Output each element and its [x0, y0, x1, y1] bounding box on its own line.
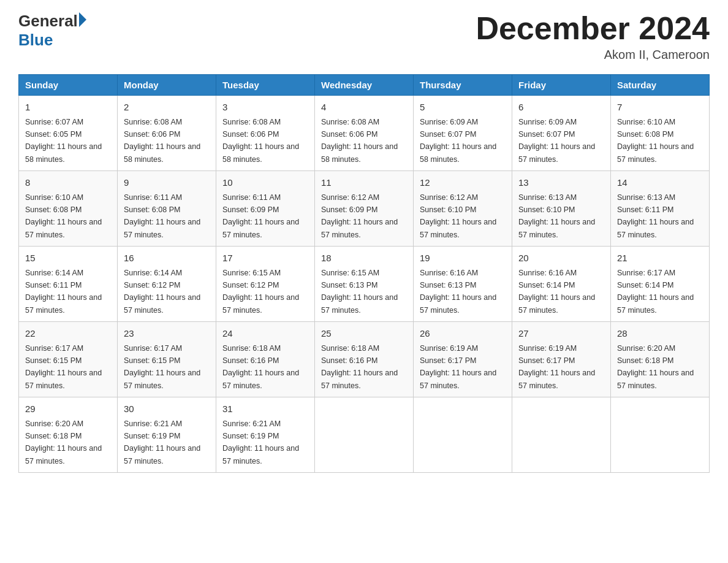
col-header-saturday: Saturday [611, 75, 710, 96]
calendar-cell: 23Sunrise: 6:17 AMSunset: 6:15 PMDayligh… [118, 322, 216, 397]
day-number: 3 [222, 101, 308, 115]
col-header-tuesday: Tuesday [216, 75, 315, 96]
page-header: General Blue December 2024 Akom II, Came… [18, 12, 710, 62]
calendar-cell: 9Sunrise: 6:11 AMSunset: 6:08 PMDaylight… [118, 171, 216, 247]
day-number: 25 [321, 327, 407, 341]
day-number: 16 [124, 251, 210, 266]
logo: General Blue [18, 12, 86, 48]
day-info: Sunrise: 6:08 AMSunset: 6:06 PMDaylight:… [222, 118, 299, 164]
col-header-friday: Friday [512, 75, 611, 96]
day-info: Sunrise: 6:07 AMSunset: 6:05 PMDaylight:… [25, 118, 102, 164]
calendar-cell: 2Sunrise: 6:08 AMSunset: 6:06 PMDaylight… [118, 96, 216, 171]
day-info: Sunrise: 6:17 AMSunset: 6:15 PMDaylight:… [25, 344, 102, 390]
calendar-cell: 24Sunrise: 6:18 AMSunset: 6:16 PMDayligh… [216, 322, 315, 397]
day-info: Sunrise: 6:19 AMSunset: 6:17 PMDaylight:… [518, 344, 595, 390]
calendar-cell: 19Sunrise: 6:16 AMSunset: 6:13 PMDayligh… [414, 247, 512, 322]
day-number: 4 [321, 101, 407, 115]
day-number: 6 [518, 101, 604, 115]
day-info: Sunrise: 6:16 AMSunset: 6:13 PMDaylight:… [420, 269, 496, 315]
calendar-cell: 16Sunrise: 6:14 AMSunset: 6:12 PMDayligh… [118, 247, 216, 322]
day-number: 18 [321, 251, 407, 266]
day-number: 17 [222, 251, 308, 266]
calendar-cell: 15Sunrise: 6:14 AMSunset: 6:11 PMDayligh… [19, 247, 118, 322]
day-number: 22 [25, 327, 111, 341]
day-info: Sunrise: 6:09 AMSunset: 6:07 PMDaylight:… [420, 118, 496, 164]
day-info: Sunrise: 6:15 AMSunset: 6:12 PMDaylight:… [222, 269, 299, 315]
calendar-week-row: 29Sunrise: 6:20 AMSunset: 6:18 PMDayligh… [19, 397, 710, 473]
day-number: 13 [518, 176, 604, 190]
day-info: Sunrise: 6:13 AMSunset: 6:11 PMDaylight:… [617, 193, 694, 239]
day-info: Sunrise: 6:17 AMSunset: 6:15 PMDaylight:… [124, 344, 200, 390]
day-info: Sunrise: 6:14 AMSunset: 6:11 PMDaylight:… [25, 269, 102, 315]
col-header-sunday: Sunday [19, 75, 118, 96]
day-info: Sunrise: 6:10 AMSunset: 6:08 PMDaylight:… [617, 118, 694, 164]
day-number: 20 [518, 251, 604, 266]
calendar-cell: 28Sunrise: 6:20 AMSunset: 6:18 PMDayligh… [611, 322, 710, 397]
day-number: 12 [420, 176, 506, 190]
calendar-cell: 12Sunrise: 6:12 AMSunset: 6:10 PMDayligh… [414, 171, 512, 247]
col-header-thursday: Thursday [414, 75, 512, 96]
day-number: 29 [25, 402, 111, 416]
calendar-cell: 26Sunrise: 6:19 AMSunset: 6:17 PMDayligh… [414, 322, 512, 397]
day-info: Sunrise: 6:17 AMSunset: 6:14 PMDaylight:… [617, 269, 694, 315]
day-number: 2 [124, 101, 210, 115]
day-info: Sunrise: 6:15 AMSunset: 6:13 PMDaylight:… [321, 269, 398, 315]
day-info: Sunrise: 6:10 AMSunset: 6:08 PMDaylight:… [25, 193, 102, 239]
calendar-cell: 4Sunrise: 6:08 AMSunset: 6:06 PMDaylight… [315, 96, 414, 171]
calendar-cell: 25Sunrise: 6:18 AMSunset: 6:16 PMDayligh… [315, 322, 414, 397]
day-info: Sunrise: 6:14 AMSunset: 6:12 PMDaylight:… [124, 269, 200, 315]
logo-triangle-icon [79, 12, 86, 27]
day-info: Sunrise: 6:20 AMSunset: 6:18 PMDaylight:… [25, 419, 102, 465]
day-number: 5 [420, 101, 506, 115]
day-info: Sunrise: 6:19 AMSunset: 6:17 PMDaylight:… [420, 344, 496, 390]
calendar-cell [414, 397, 512, 473]
calendar-cell: 3Sunrise: 6:08 AMSunset: 6:06 PMDaylight… [216, 96, 315, 171]
day-info: Sunrise: 6:18 AMSunset: 6:16 PMDaylight:… [321, 344, 398, 390]
calendar-cell: 20Sunrise: 6:16 AMSunset: 6:14 PMDayligh… [512, 247, 611, 322]
calendar-cell: 31Sunrise: 6:21 AMSunset: 6:19 PMDayligh… [216, 397, 315, 473]
calendar-table: SundayMondayTuesdayWednesdayThursdayFrid… [18, 74, 710, 473]
calendar-cell: 14Sunrise: 6:13 AMSunset: 6:11 PMDayligh… [611, 171, 710, 247]
day-info: Sunrise: 6:09 AMSunset: 6:07 PMDaylight:… [518, 118, 595, 164]
calendar-cell: 29Sunrise: 6:20 AMSunset: 6:18 PMDayligh… [19, 397, 118, 473]
location-text: Akom II, Cameroon [476, 48, 710, 62]
calendar-cell: 1Sunrise: 6:07 AMSunset: 6:05 PMDaylight… [19, 96, 118, 171]
day-info: Sunrise: 6:12 AMSunset: 6:09 PMDaylight:… [321, 193, 398, 239]
title-block: December 2024 Akom II, Cameroon [476, 12, 710, 62]
day-info: Sunrise: 6:08 AMSunset: 6:06 PMDaylight:… [321, 118, 398, 164]
calendar-cell: 30Sunrise: 6:21 AMSunset: 6:19 PMDayligh… [118, 397, 216, 473]
calendar-week-row: 15Sunrise: 6:14 AMSunset: 6:11 PMDayligh… [19, 247, 710, 322]
calendar-cell: 18Sunrise: 6:15 AMSunset: 6:13 PMDayligh… [315, 247, 414, 322]
day-info: Sunrise: 6:08 AMSunset: 6:06 PMDaylight:… [124, 118, 200, 164]
day-info: Sunrise: 6:12 AMSunset: 6:10 PMDaylight:… [420, 193, 496, 239]
calendar-cell: 6Sunrise: 6:09 AMSunset: 6:07 PMDaylight… [512, 96, 611, 171]
day-number: 19 [420, 251, 506, 266]
col-header-wednesday: Wednesday [315, 75, 414, 96]
calendar-cell: 22Sunrise: 6:17 AMSunset: 6:15 PMDayligh… [19, 322, 118, 397]
calendar-cell: 11Sunrise: 6:12 AMSunset: 6:09 PMDayligh… [315, 171, 414, 247]
day-number: 21 [617, 251, 703, 266]
day-info: Sunrise: 6:18 AMSunset: 6:16 PMDaylight:… [222, 344, 299, 390]
calendar-cell: 10Sunrise: 6:11 AMSunset: 6:09 PMDayligh… [216, 171, 315, 247]
day-number: 8 [25, 176, 111, 190]
calendar-cell: 8Sunrise: 6:10 AMSunset: 6:08 PMDaylight… [19, 171, 118, 247]
day-info: Sunrise: 6:11 AMSunset: 6:09 PMDaylight:… [222, 193, 299, 239]
calendar-cell [512, 397, 611, 473]
day-info: Sunrise: 6:16 AMSunset: 6:14 PMDaylight:… [518, 269, 595, 315]
calendar-cell: 21Sunrise: 6:17 AMSunset: 6:14 PMDayligh… [611, 247, 710, 322]
calendar-cell: 17Sunrise: 6:15 AMSunset: 6:12 PMDayligh… [216, 247, 315, 322]
day-number: 30 [124, 402, 210, 416]
col-header-monday: Monday [118, 75, 216, 96]
day-info: Sunrise: 6:21 AMSunset: 6:19 PMDaylight:… [124, 419, 200, 465]
calendar-header-row: SundayMondayTuesdayWednesdayThursdayFrid… [19, 75, 710, 96]
calendar-cell: 5Sunrise: 6:09 AMSunset: 6:07 PMDaylight… [414, 96, 512, 171]
day-info: Sunrise: 6:13 AMSunset: 6:10 PMDaylight:… [518, 193, 595, 239]
calendar-week-row: 1Sunrise: 6:07 AMSunset: 6:05 PMDaylight… [19, 96, 710, 171]
day-number: 28 [617, 327, 703, 341]
calendar-cell: 13Sunrise: 6:13 AMSunset: 6:10 PMDayligh… [512, 171, 611, 247]
day-number: 24 [222, 327, 308, 341]
day-number: 14 [617, 176, 703, 190]
day-number: 31 [222, 402, 308, 416]
day-number: 1 [25, 101, 111, 115]
day-number: 9 [124, 176, 210, 190]
